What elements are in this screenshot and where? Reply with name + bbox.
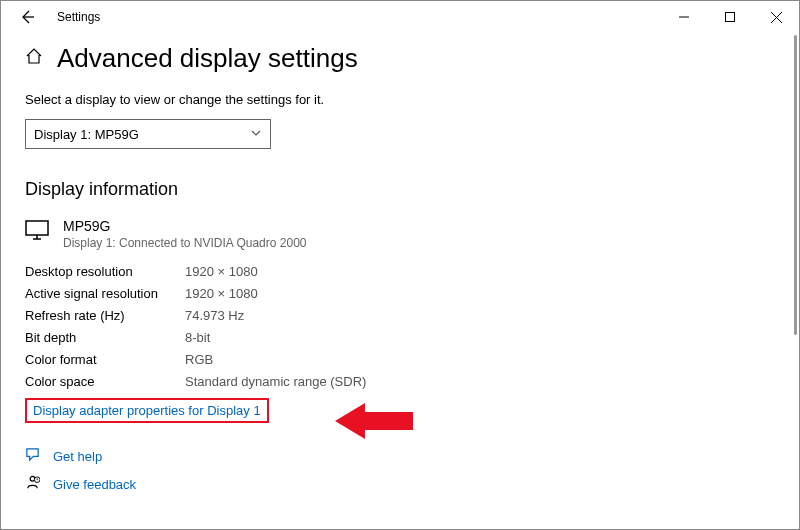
annotation-arrow xyxy=(335,399,415,446)
row-value: Standard dynamic range (SDR) xyxy=(185,374,366,389)
row-label: Bit depth xyxy=(25,330,185,345)
row-value: RGB xyxy=(185,352,213,367)
page-title: Advanced display settings xyxy=(57,43,358,74)
row-value: 1920 × 1080 xyxy=(185,286,258,301)
row-label: Refresh rate (Hz) xyxy=(25,308,185,323)
give-feedback-link[interactable]: Give feedback xyxy=(25,475,775,493)
footer-links: Get help Give feedback xyxy=(25,447,775,493)
home-icon[interactable] xyxy=(25,47,43,70)
table-row: Color space Standard dynamic range (SDR) xyxy=(25,370,775,392)
chevron-down-icon xyxy=(250,127,262,141)
row-value: 74.973 Hz xyxy=(185,308,244,323)
svg-rect-1 xyxy=(26,221,48,235)
section-heading: Display information xyxy=(25,179,775,200)
row-label: Color format xyxy=(25,352,185,367)
display-select-value: Display 1: MP59G xyxy=(34,127,139,142)
table-row: Color format RGB xyxy=(25,348,775,370)
feedback-icon xyxy=(25,475,41,493)
instruction-text: Select a display to view or change the s… xyxy=(25,92,775,107)
table-row: Active signal resolution 1920 × 1080 xyxy=(25,282,775,304)
annotation-highlight-box: Display adapter properties for Display 1 xyxy=(25,398,269,423)
row-label: Color space xyxy=(25,374,185,389)
row-value: 8-bit xyxy=(185,330,210,345)
get-help-label: Get help xyxy=(53,449,102,464)
row-label: Desktop resolution xyxy=(25,264,185,279)
table-row: Bit depth 8-bit xyxy=(25,326,775,348)
monitor-icon xyxy=(25,218,49,250)
back-button[interactable] xyxy=(13,9,41,25)
arrow-left-icon xyxy=(19,9,35,25)
give-feedback-label: Give feedback xyxy=(53,477,136,492)
display-info-table: Desktop resolution 1920 × 1080 Active si… xyxy=(25,260,775,392)
monitor-subtext: Display 1: Connected to NVIDIA Quadro 20… xyxy=(63,236,306,250)
monitor-name: MP59G xyxy=(63,218,306,234)
svg-marker-4 xyxy=(335,403,413,439)
heading-row: Advanced display settings xyxy=(25,43,775,74)
minimize-button[interactable] xyxy=(661,1,707,33)
monitor-summary: MP59G Display 1: Connected to NVIDIA Qua… xyxy=(25,218,775,250)
row-value: 1920 × 1080 xyxy=(185,264,258,279)
display-adapter-link[interactable]: Display adapter properties for Display 1 xyxy=(33,403,261,418)
close-button[interactable] xyxy=(753,1,799,33)
display-select[interactable]: Display 1: MP59G xyxy=(25,119,271,149)
titlebar: Settings xyxy=(1,1,799,33)
get-help-link[interactable]: Get help xyxy=(25,447,775,465)
table-row: Refresh rate (Hz) 74.973 Hz xyxy=(25,304,775,326)
chat-icon xyxy=(25,447,41,465)
maximize-button[interactable] xyxy=(707,1,753,33)
scrollbar[interactable] xyxy=(794,35,797,335)
window-title: Settings xyxy=(57,10,100,24)
window-controls xyxy=(661,1,799,33)
svg-rect-0 xyxy=(726,13,735,22)
table-row: Desktop resolution 1920 × 1080 xyxy=(25,260,775,282)
row-label: Active signal resolution xyxy=(25,286,185,301)
